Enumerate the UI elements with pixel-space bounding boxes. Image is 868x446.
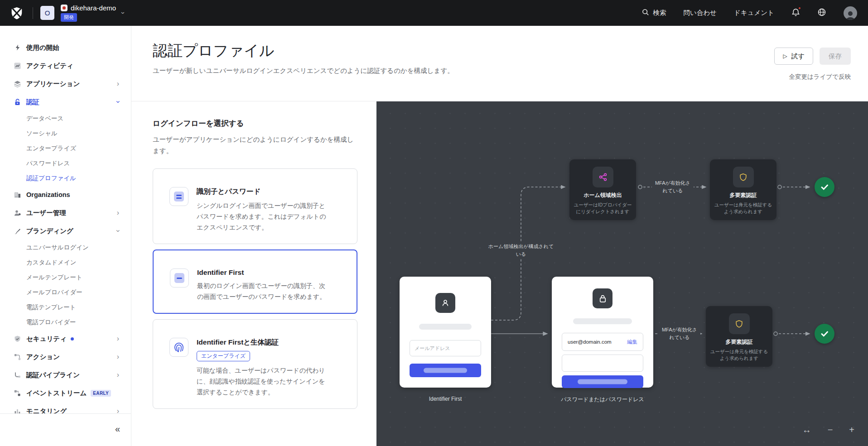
main-area: 認証プロファイル ユーザーが新しいユニバーサルログインエクスペリエンスでどのよう… <box>131 26 868 446</box>
option-title: Identifier First <box>197 269 329 277</box>
sidebar-item-label: セキュリティ <box>26 335 67 343</box>
email-filled-input-mock: user@domain.com 編集 <box>562 333 643 351</box>
mock-password-card: user@domain.com 編集 <box>552 277 653 388</box>
placeholder-bar <box>573 318 632 324</box>
chevron-right-icon: › <box>117 335 119 342</box>
play-icon: ▷ <box>783 53 787 59</box>
edit-link[interactable]: 編集 <box>627 339 637 345</box>
edge-label-hrd-configured: ホーム領域検出が構成されている <box>485 242 557 259</box>
zoom-in-icon[interactable]: + <box>849 425 854 434</box>
sidebar-item-label: アクティビティ <box>26 62 73 70</box>
sidebar-item-social[interactable]: ソーシャル <box>0 126 131 141</box>
button-label-bar <box>424 368 467 373</box>
sidebar-item-custom-domains[interactable]: カスタムドメイン <box>0 255 131 270</box>
flow-diagram-canvas[interactable]: ホーム領域検出 ユーザーはIDプロバイダーにリダイレクトされます 多要素認証 ユ… <box>376 101 868 446</box>
sidebar-item-auth-pipeline[interactable]: 認証パイプライン › <box>0 366 131 384</box>
sidebar-item-branding[interactable]: ブランディング › <box>0 222 131 240</box>
contact-link[interactable]: 問い合わせ <box>683 9 717 17</box>
sidebar-item-universal-login[interactable]: ユニバーサルログイン <box>0 240 131 255</box>
sidebar-item-event-streams[interactable]: イベントストリーム EARLY <box>0 384 131 402</box>
placeholder-bar <box>419 324 472 330</box>
lock-icon <box>14 98 21 106</box>
save-button[interactable]: 保存 <box>820 48 851 65</box>
sidebar-nav: 使用の開始 アクティビティ アプリケーション › 認証 › データベース ソーシ… <box>0 26 131 420</box>
notification-dot <box>798 6 801 10</box>
option-title: 識別子とパスワード <box>197 187 329 197</box>
mock-card-label: Identifier First <box>400 396 491 402</box>
brush-icon <box>14 227 21 235</box>
option-identifier-password[interactable]: 識別子とパスワード シングルログイン画面でユーザーの識別子とパスワードを求めます… <box>153 168 357 244</box>
option-identifier-first[interactable]: Identifier First 最初のログイン画面でユーザーの識別子、次の画面… <box>153 249 357 314</box>
sidebar-item-label: 電話プロバイダー <box>26 318 76 326</box>
language-button[interactable] <box>817 8 826 18</box>
chevron-right-icon: › <box>117 353 119 360</box>
node-mfa-bottom: 多要素認証 ユーザーは身元を検証するよう求められます <box>706 306 772 367</box>
search-button[interactable]: 検索 <box>642 9 666 17</box>
auth0-dashboard: O dikehara-demo 開発 › 検索 問い合わせ ドキュメント <box>0 0 868 446</box>
sidebar-item-activity[interactable]: アクティビティ <box>0 57 131 75</box>
content: ログインフローを選択する ユーザーがアプリケーションにどのようにログインするかを… <box>131 101 868 446</box>
fit-width-icon[interactable]: ↔ <box>802 425 811 434</box>
chevron-down-icon: › <box>114 230 121 232</box>
docs-link[interactable]: ドキュメント <box>734 9 774 17</box>
sidebar-item-database[interactable]: データベース <box>0 111 131 126</box>
sidebar-item-getting-started[interactable]: 使用の開始 <box>0 38 131 57</box>
node-title: 多要素認証 <box>710 192 776 199</box>
topbar-right: 検索 問い合わせ ドキュメント <box>642 6 857 20</box>
search-icon <box>642 9 649 17</box>
option-description: シングルログイン画面でユーザーの識別子とパスワードを求めます。これはデフォルトの… <box>197 200 329 233</box>
chevron-right-icon: › <box>117 209 119 216</box>
mock-card-label: パスワードまたはパスワードレス <box>552 396 653 403</box>
sidebar-item-email-provider[interactable]: メールプロバイダー <box>0 285 131 300</box>
building-icon <box>14 191 21 199</box>
node-mfa-top: 多要素認証 ユーザーは身元を検証するよう求められます <box>710 159 776 220</box>
chevron-down-icon: › <box>120 12 127 14</box>
lightning-icon <box>14 44 21 52</box>
shield-check-icon <box>14 335 21 343</box>
sidebar-item-label: ユーザー管理 <box>26 209 66 217</box>
auth0-logo-icon <box>9 5 24 21</box>
flow-panel-heading: ログインフローを選択する <box>153 119 376 129</box>
sidebar-item-user-management[interactable]: ユーザー管理 › <box>0 204 131 222</box>
sidebar-item-phone-provider[interactable]: 電話プロバイダー <box>0 315 131 330</box>
notifications-button[interactable] <box>791 8 800 18</box>
try-button[interactable]: ▷ 試す <box>774 48 813 65</box>
chevron-down-icon: › <box>114 101 121 103</box>
sidebar-item-label: メールプロバイダー <box>26 288 82 297</box>
node-subtitle: ユーザーは身元を検証するよう求められます <box>710 201 776 215</box>
sidebar-item-enterprise[interactable]: エンタープライズ <box>0 141 131 156</box>
page-subtitle: ユーザーが新しいユニバーサルログインエクスペリエンスでどのように認証するのかを構… <box>153 67 454 75</box>
globe-icon <box>817 8 826 18</box>
sidebar-item-email-templates[interactable]: メールテンプレート <box>0 270 131 285</box>
sidebar-item-label: イベントストリーム <box>26 389 87 398</box>
tenant-switcher[interactable]: dikehara-demo 開発 <box>61 4 116 22</box>
early-badge: EARLY <box>91 390 111 397</box>
chevron-right-icon: › <box>117 80 119 87</box>
notification-dot <box>71 337 74 340</box>
topbar: O dikehara-demo 開発 › 検索 問い合わせ ドキュメント <box>0 0 868 26</box>
sidebar-item-label: 認証プロファイル <box>26 174 76 182</box>
sidebar-item-applications[interactable]: アプリケーション › <box>0 75 131 93</box>
user-avatar[interactable] <box>844 6 857 20</box>
email-value: user@domain.com <box>568 339 612 345</box>
option-text: 識別子とパスワード シングルログイン画面でユーザーの識別子とパスワードを求めます… <box>197 187 329 233</box>
zoom-out-icon[interactable]: − <box>828 425 833 434</box>
mock-identifier-first-card: メールアドレス <box>400 277 491 388</box>
node-title: 多要素認証 <box>706 338 772 346</box>
option-description: 可能な場合、ユーザーはパスワードの代わりに、顔認識や指紋認証を使ったサインインを… <box>197 365 329 398</box>
sidebar-item-phone-templates[interactable]: 電話テンプレート <box>0 300 131 315</box>
sidebar-item-organizations[interactable]: Organizations <box>0 186 131 204</box>
share-icon <box>593 167 613 187</box>
sidebar-item-label: Organizations <box>26 191 70 198</box>
sidebar-item-authentication[interactable]: 認証 › <box>0 93 131 111</box>
sidebar-item-authentication-profile[interactable]: 認証プロファイル <box>0 171 131 186</box>
sidebar-item-label: ユニバーサルログイン <box>26 244 89 252</box>
sidebar-item-passwordless[interactable]: パスワードレス <box>0 156 131 171</box>
sidebar-item-label: データベース <box>26 115 63 123</box>
sidebar-collapse-button[interactable]: « <box>115 424 120 434</box>
option-identifier-first-biometrics[interactable]: Identifier Firstと生体認証 エンタープライズ 可能な場合、ユーザ… <box>153 319 357 409</box>
email-placeholder: メールアドレス <box>410 340 481 356</box>
header-actions: ▷ 試す 保存 <box>774 48 851 65</box>
sidebar-item-security[interactable]: セキュリティ › <box>0 330 131 348</box>
sidebar-item-actions[interactable]: アクション › <box>0 348 131 366</box>
